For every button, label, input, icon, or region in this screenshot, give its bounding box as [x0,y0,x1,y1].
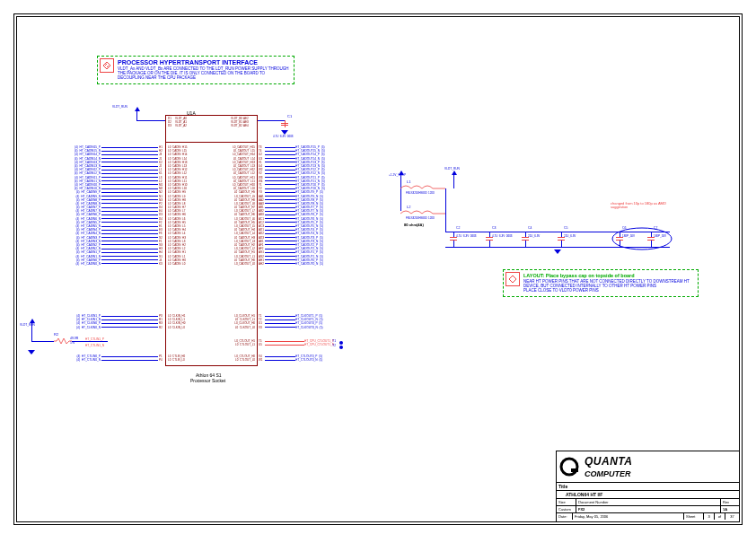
note-layout: LAYOUT: Place bypass cap on topside of b… [503,269,699,297]
wire-vldtrun-rv [453,175,454,188]
c1-plate1 [281,123,288,124]
l2-ref: L2 [407,205,410,209]
cap-gnd [554,249,561,254]
c1-sym [285,120,286,127]
note1-title: PROCESSOR HYPERTRANSPORT INTERFACE [118,59,289,66]
rev-lbl: Rev [721,499,739,505]
ctl-left-inside: L0_CTLIN_H0L0_CTLIN_L0 [167,355,198,362]
clk-right-bank: T1HT_CLKOUT1_P (5)T2HT_CLKOUT1_N (5)U1HT… [258,314,356,329]
r2-gnd [28,350,35,355]
signal-row: (4) HT_CADIN0_NK3 [52,262,165,266]
signal-row: (4) HT_CLKIN0_NR2 [52,326,165,329]
rev-val: 1A [721,506,739,512]
tp2-dot [339,346,343,349]
left-inside-bank: L0_CADIN_H15L0_CADIN_L15L0_CADIN_H14L0_C… [167,145,198,266]
svg-point-1 [561,459,577,475]
wire-vccp-v [400,175,401,211]
wire-r2out [72,341,108,342]
ctl-right-bank: V4HT_CTLOUT0_P (5)W1HT_CTLOUT0_N (5) [258,355,356,362]
ctl-right-inside: L0_CTLOUT_H0L0_CTLOUT_L0 [210,355,255,362]
wire-c1 [258,120,285,121]
r2-val: 49.9R [70,337,78,340]
wire-r2v [31,323,32,341]
wire-vldtrun [136,111,137,120]
note2-icon [505,272,520,286]
date-lbl: Date: [557,513,573,520]
change-note: changed from 10p to 180p as AMD suggesti… [611,202,673,210]
signal-row: (4) HT_CTLIN0_NP4 [52,358,165,362]
signal-row: W1HT_CTLOUT0_N (5) [258,358,356,362]
note1-body: VLDT_Ax AND VLDT_Bx ARE CONNECTED TO THE… [118,67,289,81]
sheet-num: 3 [704,513,715,520]
sheet-title-lbl: Title [557,483,739,490]
date-val: Friday, May 05, 2006 [573,513,684,520]
svg-point-0 [612,228,672,249]
l2-val: FBLS3216HS800_1200 [406,216,435,220]
power-arrow-vldtrun [135,107,140,111]
note2-body: NEAR HT POWER PINS THAT ARE NOT CONNECTE… [523,280,693,293]
chip-desc2: Processor Socket [190,378,225,383]
top-pins-right: VLDT_B0AE2 VLDT_B1AE3 VLDT_B2AE4 [215,117,250,128]
of-lbl: of [715,513,725,520]
tp1-dot [339,341,343,345]
right-inside-bank: L0_CADOUT_H15L0_CADOUT_L15L0_CADOUT_H14L… [210,145,255,266]
l1-ref: L1 [407,179,410,184]
right-cadout-bank: T3HT_CADOUT15_P (5)T4HT_CADOUT15_N (5)U2… [258,145,356,266]
sheet-lbl: Sheet [684,513,704,520]
c1-ref: C1 [287,114,292,118]
doc-lbl: Document Number [576,499,721,505]
wire-r2h [31,341,54,342]
signal-row: V3HT_CLKOUT0_N (5) [258,326,356,329]
sheet-total: 37 [725,513,739,520]
doc-val: FX2 [576,506,721,512]
c1-val: 4.7U_6.3V_0603 [273,135,294,138]
wire-vldtrun-h [136,120,165,121]
company-name-2: COMPUTER [580,469,637,480]
size-lbl: Size [557,499,576,505]
size-val: Custom [557,506,576,512]
wire-rail-v [445,188,446,232]
note-hypertransport: PROCESSOR HYPERTRANSPORT INTERFACE VLDT_… [97,56,294,84]
r2-ref: R2 [54,332,58,337]
left-cadin-bank: (4) HT_CADIN15_PH1(4) HT_CADIN15_NH2(4) … [52,145,165,266]
note2-title: LAYOUT: Place bypass cap on topside of b… [523,273,693,278]
title-block: QUANTA COMPUTER Title ATHLON64 HT I/F Si… [556,451,740,522]
tp1: T1 [332,339,336,343]
note-icon [100,58,114,73]
net-vccp: +1.2V_VCCP [389,173,406,177]
power-arrow-vldtrun-r [452,171,457,175]
change-ellipse [611,226,673,253]
signal-row: AH2HT_CADOUT0_N (5) [258,262,356,266]
tp2: T2 [332,344,336,347]
top-pins-left: D1VLDT_A0 D2VLDT_A1 D3VLDT_A2 [167,117,206,128]
clk-left-bank: (4) HT_CLKIN1_PP3(4) HT_CLKIN1_NR1(4) HT… [52,314,165,329]
svg-rect-2 [571,468,578,472]
company-name-1: QUANTA [580,453,637,469]
r2-net1: HT_CTLIN1_P [85,337,104,341]
clk-left-inside: L0_CLKIN_H1L0_CLKIN_L1L0_CLKIN_H0L0_CLKI… [167,314,198,329]
c1-plate2 [281,125,288,126]
net-vldtrun-top: VLDT_RUN [112,105,127,109]
ctl-extra-inside: L0_CTLOUT_H1L0_CTLOUT_L1 [210,339,255,346]
r2-net2: HT_CTLIN1_N [85,344,104,347]
resistor-r2 [54,337,72,345]
clk-right-inside: L0_CLKOUT_H1L0_CLKOUT_L1L0_CLKOUT_H0L0_C… [210,314,255,329]
l1-val: FBLS3216HS800_1200 [406,191,435,195]
net-vldtrun-r: VLDT_RUN [444,167,460,171]
sheet-title: ATHLON64 HT I/F [557,491,739,498]
net-vldtrun-bot: VLDT_RUN [20,323,35,327]
ind-note: 80 ohm(4A) [404,223,424,227]
logo-icon [558,456,580,477]
ctl-left-bank: (4) HT_CTLIN0_PP1(4) HT_CTLIN0_NP4 [52,355,165,362]
